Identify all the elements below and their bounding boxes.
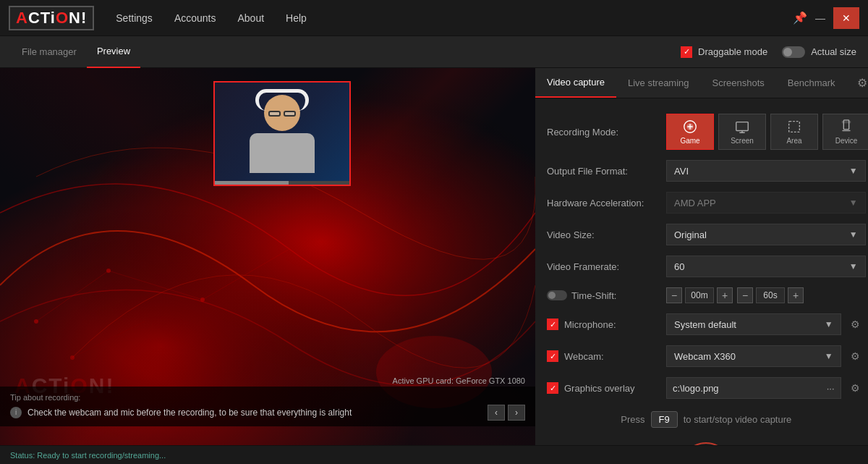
svg-rect-13 <box>736 122 749 131</box>
tab-video-capture[interactable]: Video capture <box>535 68 616 98</box>
mode-game-label: Game <box>680 137 699 145</box>
webcam-label-cell: ✓ Webcam: <box>547 350 666 362</box>
webcam-preview <box>213 81 351 186</box>
tip-next-button[interactable]: › <box>508 405 525 421</box>
dots-row <box>547 435 866 445</box>
timeshift-minutes-control: − 00m + <box>666 287 733 303</box>
webcam-gear-button[interactable]: ⚙ <box>846 346 866 366</box>
video-size-control: Original ▼ <box>666 224 866 245</box>
pin-icon[interactable]: 📌 <box>793 11 807 25</box>
right-tabs: Video capture Live streaming Screenshots… <box>535 68 868 98</box>
recording-mode-control: Game Screen <box>666 114 868 150</box>
titlebar: ACTiON! Settings Accounts About Help 📌 —… <box>0 0 868 36</box>
graphics-overlay-label: Graphics overlay <box>564 383 635 394</box>
timeshift-label: Time-Shift: <box>547 290 666 301</box>
nav-accounts[interactable]: Accounts <box>174 12 216 24</box>
headphones <box>255 89 309 111</box>
tip-icon: i <box>10 407 22 418</box>
timeshift-seconds-control: − 60s + <box>737 287 804 303</box>
preview-area: ACTiON! Active GPU card: GeForce GTX 108… <box>0 68 535 445</box>
chevron-down-icon-hw: ▼ <box>849 198 858 208</box>
timeshift-row: Time-Shift: − 00m + − 60s + <box>547 282 866 308</box>
tip-nav: ‹ › <box>488 405 525 421</box>
app-logo: ACTiON! <box>9 6 94 30</box>
svg-line-3 <box>109 271 203 300</box>
timeshift-seconds-minus[interactable]: − <box>737 287 753 303</box>
panel-gear-button[interactable]: ⚙ <box>847 69 868 97</box>
press-label: Press <box>621 414 644 425</box>
webcam-row: ✓ Webcam: Webcam X360 ▼ ⚙ <box>547 340 866 372</box>
area-icon <box>786 119 802 135</box>
tip-content: i Check the webcam and mic before the re… <box>10 405 525 421</box>
record-circle-button[interactable] <box>681 442 731 445</box>
status-text: Status: Ready to start recording/streami… <box>10 451 166 460</box>
game-icon <box>682 119 698 135</box>
output-format-control: AVI ▼ <box>666 160 866 182</box>
video-framerate-dropdown[interactable]: 60 ▼ <box>666 256 866 277</box>
tip-prev-button[interactable]: ‹ <box>488 405 505 421</box>
nav-help[interactable]: Help <box>286 12 307 24</box>
webcam-dropdown[interactable]: Webcam X360 ▼ <box>666 345 841 367</box>
recording-mode-row: Recording Mode: Game <box>547 109 866 155</box>
video-size-label: Video Size: <box>547 229 666 240</box>
svg-point-6 <box>34 319 38 324</box>
tabbar: File manager Preview ✓ Draggable mode Ac… <box>0 36 868 68</box>
timeshift-control: − 00m + − 60s + <box>666 287 866 303</box>
settings-panel: Recording Mode: Game <box>535 98 868 445</box>
statusbar: Status: Ready to start recording/streami… <box>0 445 868 464</box>
timeshift-minutes-minus[interactable]: − <box>666 287 682 303</box>
graphics-overlay-label-cell: ✓ Graphics overlay <box>547 382 666 394</box>
microphone-row: ✓ Microphone: System default ▼ ⚙ <box>547 308 866 340</box>
mode-game-button[interactable]: Game <box>666 114 714 150</box>
microphone-dropdown[interactable]: System default ▼ <box>666 313 841 335</box>
start-stop-label: to start/stop video capture <box>684 414 792 425</box>
gpu-info: Active GPU card: GeForce GTX 1080 <box>393 376 525 385</box>
graphics-overlay-gear-button[interactable]: ⚙ <box>846 378 866 398</box>
mode-screen-button[interactable]: Screen <box>718 114 766 150</box>
timeshift-toggle[interactable] <box>547 290 567 300</box>
video-framerate-row: Video Framerate: 60 ▼ <box>547 250 866 282</box>
microphone-label: Microphone: <box>564 319 616 330</box>
mode-buttons: Game Screen <box>666 114 868 150</box>
graphics-overlay-path[interactable]: c:\logo.png ··· <box>666 377 841 399</box>
close-button[interactable]: ✕ <box>833 7 859 29</box>
microphone-gear-button[interactable]: ⚙ <box>846 314 866 334</box>
svg-rect-14 <box>789 122 800 132</box>
webcam-progress <box>215 181 349 185</box>
tip-header: Tip about recording: <box>10 393 525 402</box>
tab-preview[interactable]: Preview <box>87 36 140 68</box>
tab-live-streaming[interactable]: Live streaming <box>616 69 701 97</box>
tab-screenshots[interactable]: Screenshots <box>701 69 776 97</box>
output-format-dropdown[interactable]: AVI ▼ <box>666 160 866 182</box>
actual-size-toggle[interactable] <box>782 46 805 58</box>
graphics-overlay-row: ✓ Graphics overlay c:\logo.png ··· ⚙ <box>547 372 866 404</box>
svg-line-5 <box>72 321 145 358</box>
chevron-down-icon-mic: ▼ <box>825 319 833 329</box>
webcam-control: Webcam X360 ▼ ⚙ <box>666 345 866 367</box>
nav-settings[interactable]: Settings <box>116 12 153 24</box>
microphone-label-cell: ✓ Microphone: <box>547 319 666 330</box>
nav-about[interactable]: About <box>237 12 264 24</box>
video-framerate-label: Video Framerate: <box>547 261 666 272</box>
hardware-accel-control: AMD APP ▼ <box>666 192 866 214</box>
timeshift-seconds-plus[interactable]: + <box>788 287 804 303</box>
timeshift-minutes-value: 00m <box>685 287 714 303</box>
webcam-checkbox[interactable]: ✓ <box>547 350 558 362</box>
graphics-overlay-checkbox[interactable]: ✓ <box>547 382 558 394</box>
tab-file-manager[interactable]: File manager <box>12 36 87 68</box>
hardware-accel-dropdown[interactable]: AMD APP ▼ <box>666 192 866 214</box>
svg-point-8 <box>200 298 205 302</box>
mode-area-button[interactable]: Area <box>770 114 818 150</box>
microphone-checkbox[interactable]: ✓ <box>547 319 558 330</box>
timeshift-minutes-plus[interactable]: + <box>717 287 733 303</box>
mode-area-label: Area <box>786 137 801 145</box>
mode-device-button[interactable]: Device <box>822 114 868 150</box>
webcam-label: Webcam: <box>564 351 604 362</box>
minimize-button[interactable]: — <box>807 7 833 29</box>
video-size-dropdown[interactable]: Original ▼ <box>666 224 866 245</box>
drag-mode-checkbox[interactable]: ✓ <box>681 46 692 58</box>
svg-point-9 <box>70 355 75 360</box>
tab-benchmark[interactable]: Benchmark <box>776 69 847 97</box>
timeshift-seconds-value: 60s <box>756 287 785 303</box>
svg-line-2 <box>36 271 109 321</box>
